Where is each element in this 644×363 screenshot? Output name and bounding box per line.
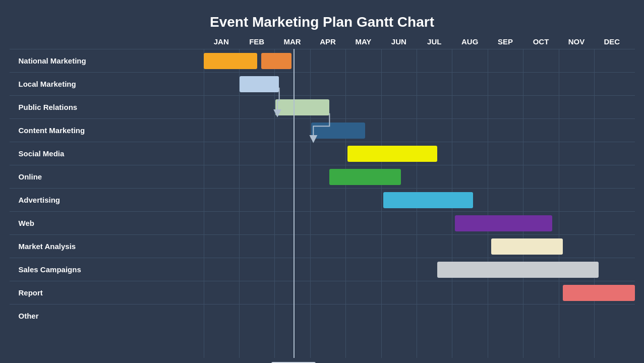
row-label-report: Report (10, 288, 204, 297)
month-feb: FEB (239, 37, 274, 49)
row-bars-market-analysis (204, 235, 635, 258)
month-jul: JUL (417, 37, 452, 49)
month-dec: DEC (594, 37, 629, 49)
row-label-public-relations: Public Relations (10, 103, 204, 111)
month-jun: JUN (381, 37, 417, 49)
table-row: Sales Campaigns (10, 258, 635, 281)
gantt-bar (329, 169, 401, 185)
chart-title: Event Marketing Plan Gantt Chart (10, 5, 635, 37)
month-oct: OCT (523, 37, 558, 49)
row-bars-report (204, 281, 635, 304)
table-row: Local Marketing (10, 72, 635, 95)
table-row: Report (10, 281, 635, 304)
month-aug: AUG (452, 37, 487, 49)
gantt-bar (261, 53, 292, 69)
gantt-bar (347, 146, 437, 162)
month-may: MAY (345, 37, 381, 49)
gantt-bar (275, 99, 329, 115)
row-label-other: Other (10, 312, 204, 320)
table-row: National Marketing (10, 49, 635, 72)
month-apr: APR (310, 37, 345, 49)
row-bars-social-media (204, 142, 635, 165)
month-jan: JAN (204, 37, 239, 49)
table-row: Advertising (10, 188, 635, 211)
row-label-content-marketing: Content Marketing (10, 126, 204, 135)
table-row: Public Relations (10, 95, 635, 118)
table-row: Market Analysis (10, 234, 635, 258)
row-bars-advertising (204, 189, 635, 211)
table-row: Content Marketing (10, 118, 635, 142)
month-mar: MAR (274, 37, 310, 49)
row-bars-content-marketing (204, 119, 635, 142)
gantt-bar (383, 192, 473, 208)
month-nov: NOV (559, 37, 594, 49)
row-bars-online (204, 165, 635, 188)
row-label-social-media: Social Media (10, 149, 204, 158)
chart-body: JAN FEB MAR APR MAY JUN JUL AUG SEP OCT … (10, 37, 635, 358)
row-bars-national-marketing (204, 49, 635, 72)
gantt-rows-area: National Marketing Local Marketing Publi… (10, 49, 635, 358)
row-label-sales-campaigns: Sales Campaigns (10, 265, 204, 274)
row-bars-web (204, 212, 635, 234)
gantt-bar (311, 123, 365, 139)
row-label-advertising: Advertising (10, 196, 204, 204)
row-bars-other (204, 305, 635, 327)
row-label-market-analysis: Market Analysis (10, 242, 204, 251)
month-sep: SEP (488, 37, 523, 49)
gantt-chart-container: Event Marketing Plan Gantt Chart JAN FEB… (10, 5, 635, 358)
row-bars-local-marketing (204, 73, 635, 95)
gantt-bar (437, 262, 599, 278)
row-label-national-marketing: National Marketing (10, 56, 204, 65)
row-bars-sales-campaigns (204, 258, 635, 281)
gantt-bar (491, 238, 563, 255)
gantt-bar (240, 76, 279, 92)
row-label-local-marketing: Local Marketing (10, 80, 204, 88)
gantt-bar (204, 53, 258, 69)
row-label-online: Online (10, 172, 204, 181)
row-label-web: Web (10, 219, 204, 227)
table-row: Other (10, 304, 635, 327)
table-row: Web (10, 211, 635, 234)
gantt-bar (563, 285, 635, 301)
gantt-bar (455, 215, 552, 231)
table-row: Social Media (10, 142, 635, 165)
row-bars-public-relations (204, 96, 635, 118)
month-headers: JAN FEB MAR APR MAY JUN JUL AUG SEP OCT … (204, 37, 630, 49)
table-row: Online (10, 165, 635, 188)
